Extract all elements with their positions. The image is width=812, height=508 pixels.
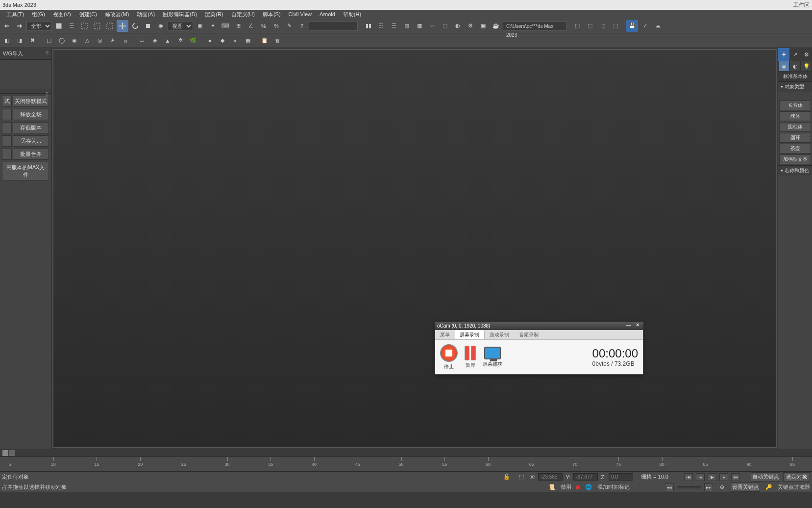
key-next-icon[interactable]: ▸▸ [704, 483, 713, 491]
x-field[interactable]: -23.585 [538, 473, 563, 481]
prim-cone-icon[interactable]: △ [81, 35, 93, 47]
mode-btn[interactable]: 式 [2, 96, 12, 107]
light-cat-icon[interactable]: 💡 [801, 61, 812, 72]
help-icon[interactable]: ? [296, 20, 308, 32]
play-icon[interactable]: ▶ [708, 473, 716, 481]
scene-expl-icon[interactable]: ▤ [401, 20, 413, 32]
teapot-btn[interactable]: 茶壶 [779, 144, 811, 153]
menu-modifiers[interactable]: 修改器(M) [101, 11, 133, 18]
render-icon[interactable]: ☕ [490, 20, 502, 32]
material-icon[interactable]: ◐ [452, 20, 464, 32]
select-crossing-icon[interactable] [104, 20, 116, 32]
scale-icon[interactable] [142, 20, 154, 32]
menu-create[interactable]: 创建(C) [75, 11, 101, 18]
prim-foliage-icon[interactable]: 🌿 [187, 35, 199, 47]
spinner-snap-icon[interactable]: % [271, 20, 282, 32]
helper-sphere-icon[interactable]: ● [204, 35, 216, 47]
frame-field[interactable] [677, 486, 701, 488]
prim-mesh-icon[interactable]: ▲ [162, 35, 173, 47]
select-name-icon[interactable]: ☰ [66, 20, 77, 32]
prim-particle-icon[interactable]: ✲ [174, 35, 186, 47]
grip-icon-2[interactable]: ⠿ [45, 91, 49, 98]
world-icon[interactable]: 🌐 [583, 482, 594, 493]
textplus-btn[interactable]: 加强型文本 [779, 154, 811, 164]
curve-editor-icon[interactable]: 〰 [426, 20, 438, 32]
high-version-btn[interactable]: 高版本的MAX文件 [2, 162, 49, 180]
prim-light2-icon[interactable]: ☼ [120, 35, 131, 47]
ocam-window[interactable]: oCam (0, 0, 1920, 1038) — ✕ 菜单 屏幕录制 游戏录制… [435, 322, 643, 375]
redo-icon[interactable] [14, 20, 25, 32]
slider-arrow-icon[interactable] [9, 450, 15, 456]
percent-snap-icon[interactable]: % [258, 20, 270, 32]
viewport[interactable] [52, 49, 777, 448]
layer-icon[interactable]: ☰ [388, 20, 400, 32]
tool-icon-1[interactable]: ◧ [1, 35, 13, 47]
angle-snap-icon[interactable]: ∠ [245, 20, 257, 32]
y-field[interactable]: -67.677 [573, 473, 598, 481]
xform3-icon[interactable]: ⬚ [597, 20, 609, 32]
batch-merge-btn[interactable]: 批量合并 [13, 149, 49, 160]
stub-btn-4[interactable] [2, 149, 12, 160]
release-all-btn[interactable]: 释放全场 [13, 109, 49, 120]
align-icon[interactable]: ☷ [375, 20, 387, 32]
save-low-btn[interactable]: 存低版本 [13, 122, 49, 133]
lock-icon[interactable]: 🔓 [501, 471, 513, 483]
menu-customize[interactable]: 自定义(U) [227, 11, 259, 18]
trash-icon[interactable]: 🗑 [271, 35, 283, 47]
ocam-tab-menu[interactable]: 菜单 [435, 330, 455, 339]
undo-icon[interactable] [1, 20, 13, 32]
ocam-tab-audio[interactable]: 音频录制 [514, 330, 543, 339]
iso-icon[interactable]: ⬚ [516, 471, 527, 483]
object-type-header[interactable]: ▾ 对象类型 [778, 81, 812, 92]
menu-animation[interactable]: 动画(A) [133, 11, 159, 18]
helper-point-icon[interactable]: ▪ [229, 35, 241, 47]
prev-frame-icon[interactable]: ◂ [696, 473, 705, 481]
select-window-icon[interactable] [91, 20, 103, 32]
schematic-icon[interactable]: ⬚ [439, 20, 451, 32]
rotate-icon[interactable] [129, 20, 141, 32]
prim-geo-icon[interactable]: ◈ [149, 35, 161, 47]
select-icon[interactable] [53, 20, 65, 32]
save-as-btn[interactable]: 另存为... [13, 135, 49, 147]
create-tab-icon[interactable]: ✚ [778, 48, 789, 61]
left-panel-header2[interactable]: ⠿ [0, 89, 51, 94]
xform-icon[interactable]: ⬚ [571, 20, 583, 32]
z-field[interactable]: 0.0 [609, 473, 633, 481]
key-filter-icon[interactable]: 🔑 [763, 482, 775, 493]
menu-tools[interactable]: 工具(T) [2, 11, 28, 18]
left-panel-header[interactable]: WG导入 ⠿ [0, 48, 51, 60]
ocam-capture-button[interactable]: 屏幕捕获 [483, 347, 502, 368]
named-sel-input[interactable] [309, 21, 358, 31]
ref-coord-dropdown[interactable]: 视图 [168, 21, 193, 31]
time-slider-bar[interactable] [0, 449, 812, 457]
helper-dummy-icon[interactable]: ◆ [217, 35, 228, 47]
clipboard-icon[interactable]: 📋 [259, 35, 271, 47]
hierarchy-tab-icon[interactable]: ⚙ [801, 48, 812, 61]
goto-start-icon[interactable]: ⏮ [684, 473, 693, 481]
set-key-btn[interactable]: 设置关键点 [731, 483, 760, 492]
xform4-icon[interactable]: ⬚ [610, 20, 621, 32]
edit-sel-icon[interactable]: ✎ [283, 20, 295, 32]
next-frame-icon[interactable]: ▸ [719, 473, 728, 481]
menu-graph-editors[interactable]: 图形编辑器(D) [159, 11, 201, 18]
mirror-icon[interactable]: ▮▮ [363, 20, 374, 32]
pivot-icon[interactable]: ▣ [194, 20, 206, 32]
ocam-tab-screen[interactable]: 屏幕录制 [455, 330, 485, 339]
move-icon[interactable] [117, 20, 128, 32]
tool-icon-2[interactable]: ◨ [14, 35, 25, 47]
prim-torus-icon[interactable]: ◎ [94, 35, 106, 47]
prim-cylinder-icon[interactable]: ◉ [69, 35, 80, 47]
sphere-btn[interactable]: 球体 [779, 111, 811, 121]
stub-btn-2[interactable] [2, 122, 12, 133]
project-path-field[interactable]: C:\Users\pc***ds Max 2023 [503, 21, 566, 31]
menu-civil-view[interactable]: Civil View [285, 11, 316, 17]
menu-group[interactable]: 组(G) [28, 11, 49, 18]
check-icon[interactable]: ✓ [639, 20, 651, 32]
render-frame-icon[interactable]: ▣ [477, 20, 489, 32]
selection-filter-dropdown[interactable]: 全部 [26, 21, 52, 31]
menu-help[interactable]: 帮助(H) [339, 11, 365, 18]
toggle-ribbon-icon[interactable]: ▦ [414, 20, 425, 32]
prim-plane-icon[interactable]: ▱ [136, 35, 148, 47]
cylinder-btn[interactable]: 圆柱体 [779, 122, 811, 132]
grip-icon[interactable]: ⠿ [45, 50, 49, 56]
